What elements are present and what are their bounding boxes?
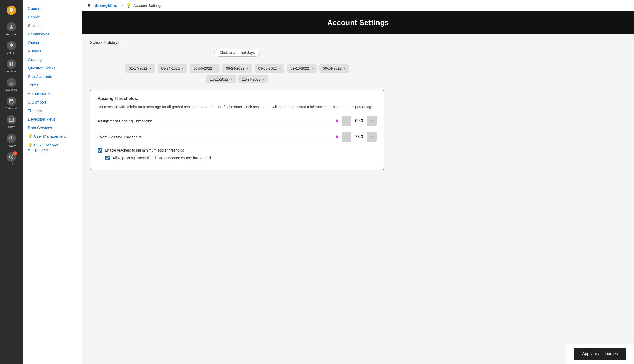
nav-admin[interactable]: Admin [0,38,23,57]
nav-help-label: Help [9,163,14,166]
exam-decrement-button[interactable]: − [342,132,351,142]
sidebar-item-sub-accounts[interactable]: Sub-Accounts [23,72,82,81]
holiday-date-0: 01-17-2022 [129,66,148,70]
remove-holiday-2[interactable]: × [214,67,216,70]
holiday-tag-0: 01-17-2022 × [125,64,155,73]
holiday-date-1: 03-24-2022 [161,66,180,70]
svg-rect-8 [10,84,13,85]
nav-admin-label: Admin [7,51,15,54]
sidebar-item-user-management[interactable]: 💡 User Management [23,132,82,141]
remove-holiday-6[interactable]: × [344,67,346,70]
exam-value-input[interactable] [351,132,367,141]
svg-point-0 [11,25,12,27]
enable-teachers-checkbox[interactable] [98,148,102,153]
nav-inbox[interactable]: Inbox [0,113,23,131]
icon-nav: Account Admin Dashboard Courses Calendar… [0,0,23,364]
exam-increment-button[interactable]: + [367,132,377,142]
sidebar-item-statistics[interactable]: Statistics [23,21,82,30]
remove-holiday-5[interactable]: × [311,67,313,70]
sidebar-item-developer-keys[interactable]: Developer Keys [23,115,82,123]
holiday-date-4: 09-05-2022 [258,66,277,70]
thresholds-description: Set a school-wide minimum percentage for… [98,104,377,110]
holiday-date-2: 05-05-2022 [194,66,212,70]
sidebar: Courses People Statistics Permissions Ou… [23,0,82,364]
holiday-tag-3: 08-24-2022 × [222,64,252,73]
sidebar-item-authentication[interactable]: Authentication [23,89,82,98]
allow-adjustments-checkbox[interactable] [105,156,110,160]
nav-courses[interactable]: Courses [0,75,23,94]
nav-calendar[interactable]: Calendar [0,94,23,113]
nav-inbox-label: Inbox [8,125,15,129]
school-holidays-label: School Holidays: [90,40,384,45]
sidebar-item-bulk-observer[interactable]: 💡 Bulk Observer Assignment [23,141,82,154]
nav-dashboard[interactable]: Dashboard [0,57,23,75]
nav-history-label: History [7,144,16,147]
content-body: School Holidays: Click to add holidays 0… [82,34,392,191]
enable-teachers-checkbox-row: Enable teachers to set minimum score thr… [98,148,377,153]
remove-holiday-7[interactable]: × [230,77,232,81]
sidebar-item-terms[interactable]: Terms [23,81,82,89]
remove-holiday-0[interactable]: × [149,67,151,70]
assignment-threshold-label: Assignment Passing Threshold: [98,119,165,123]
sidebar-item-grading[interactable]: Grading [23,55,82,64]
svg-rect-5 [10,81,13,82]
remove-holiday-1[interactable]: × [182,67,184,70]
holiday-tag-7: 11-11-2022 × [206,75,236,83]
passing-thresholds-box: Passing Thresholds: Set a school-wide mi… [90,90,384,170]
holiday-date-7: 11-11-2022 [210,77,228,81]
holiday-date-8: 11-24-2022 [242,77,261,81]
sidebar-item-question-banks[interactable]: Question Banks [23,64,82,72]
holiday-tags: 01-17-2022 × 03-24-2022 × 05-05-2022 × 0… [90,64,384,73]
nav-courses-label: Courses [6,88,17,91]
nav-account-label: Account [6,33,17,36]
nav-calendar-label: Calendar [6,107,17,110]
nav-account[interactable]: Account [0,20,23,38]
holiday-tag-8: 11-24-2022 × [238,75,268,83]
sidebar-item-data-services[interactable]: Data Services [23,123,82,132]
sidebar-item-permissions[interactable]: Permissions [23,30,82,38]
page-title: Account Settings [133,3,163,8]
brand-link[interactable]: StrongMind [95,3,118,8]
assignment-value-input[interactable] [351,116,367,125]
svg-text:?: ? [11,156,12,159]
holidays-btn-row: Click to add holidays [90,49,384,61]
bottom-bar: Apply to all courses [566,344,634,364]
nav-logo[interactable] [0,3,23,18]
main-container: ≡ StrongMind > 💡 Account Settings Accoun… [82,0,634,364]
nav-history[interactable]: History [0,131,23,150]
sidebar-item-themes[interactable]: Themes [23,106,82,115]
holiday-date-3: 08-24-2022 [226,66,244,70]
nav-help[interactable]: ? 10 Help [0,150,23,168]
holiday-tag-4: 09-05-2022 × [255,64,284,73]
sidebar-item-outcomes[interactable]: Outcomes [23,38,82,47]
svg-rect-6 [10,82,13,83]
assignment-increment-button[interactable]: + [367,116,377,126]
thresholds-title: Passing Thresholds: [98,96,377,101]
content-area: Account Settings School Holidays: Click … [82,11,634,364]
exam-threshold-row: Exam Passing Threshold: − + [98,132,377,142]
holiday-tags-row2: 11-11-2022 × 11-24-2022 × [90,75,384,83]
remove-holiday-4[interactable]: × [279,67,281,70]
sidebar-item-courses[interactable]: Courses [23,4,82,13]
holiday-tag-1: 03-24-2022 × [158,64,187,73]
page-header: Account Settings [82,11,634,34]
nav-dashboard-label: Dashboard [4,70,18,73]
exam-arrow-line [165,137,337,137]
svg-rect-3 [10,64,11,66]
assignment-decrement-button[interactable]: − [342,116,351,126]
exam-threshold-label: Exam Passing Threshold: [98,135,165,139]
exam-arrow [165,137,336,137]
enable-teachers-label: Enable teachers to set minimum score thr… [105,148,184,152]
assignment-arrow [165,121,336,121]
hamburger-icon[interactable]: ≡ [87,3,90,9]
sidebar-item-sis-import[interactable]: SIS Import [23,98,82,106]
apply-to-all-courses-button[interactable]: Apply to all courses [574,348,626,360]
remove-holiday-8[interactable]: × [263,77,265,81]
topbar: ≡ StrongMind > 💡 Account Settings [82,0,634,11]
sidebar-item-people[interactable]: People [23,13,82,21]
remove-holiday-3[interactable]: × [246,67,249,70]
allow-adjustments-label: Allow passing threshold adjustments once… [113,156,211,160]
add-holidays-button[interactable]: Click to add holidays [214,49,260,57]
holiday-date-6: 09-14-2022 [323,66,342,70]
sidebar-item-rubrics[interactable]: Rubrics [23,47,82,55]
